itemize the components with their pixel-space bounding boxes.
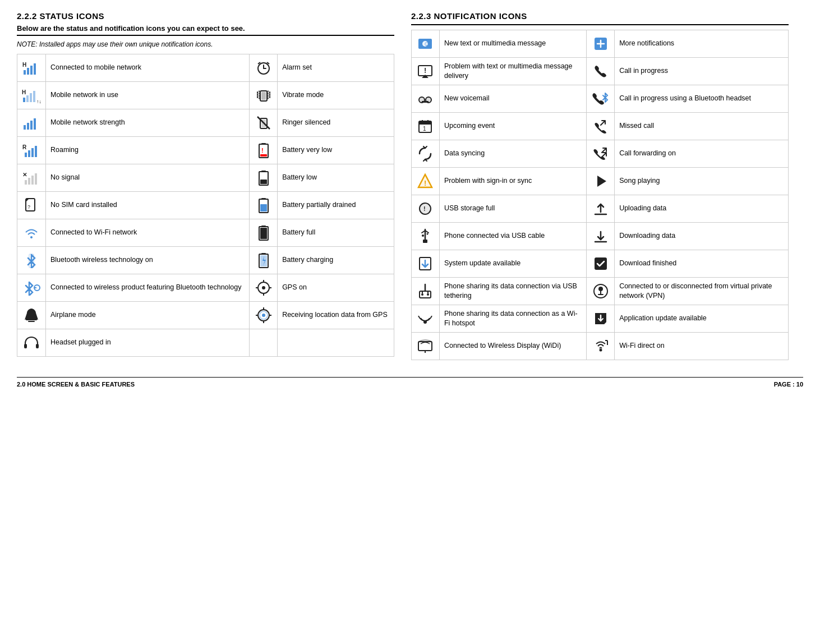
roaming-icon: R: [22, 140, 41, 160]
svg-rect-51: [260, 204, 267, 211]
status-icon-cell: [17, 274, 46, 302]
system_update-icon: [416, 254, 435, 274]
status-label-cell: Bluetooth wireless technology on: [46, 247, 250, 274]
bluetooth_connected-icon: [22, 278, 41, 298]
table-row: Connected to Wireless Display (WiDi) Wi-…: [411, 333, 788, 360]
no_sim-icon: ?: [22, 195, 41, 215]
svg-rect-2: [27, 68, 29, 75]
downloading-icon: [591, 226, 610, 246]
call_bt-icon: [591, 89, 610, 109]
notif-icon-cell: 1: [411, 113, 439, 140]
wifi-icon: [22, 223, 41, 243]
table-row: System update available Download finishe…: [411, 250, 788, 278]
notif-icon-cell: [411, 333, 439, 360]
status-icon-cell-2: !: [250, 137, 278, 164]
svg-point-62: [262, 286, 265, 289]
table-row: Phone sharing its data connection as a W…: [411, 305, 788, 333]
svg-point-106: [422, 234, 424, 237]
status-label-cell-2: Battery charging: [278, 247, 394, 274]
svg-rect-11: [23, 98, 25, 102]
status-icons-subtitle: Below are the status and notification ic…: [17, 24, 394, 33]
svg-rect-33: [35, 146, 37, 157]
notif-label-cell: Data syncing: [439, 140, 586, 168]
notif-icon-cell-2: [587, 58, 615, 85]
notif-icon-cell: [411, 85, 439, 113]
svg-rect-32: [31, 148, 34, 157]
svg-rect-108: [423, 240, 427, 243]
table-row: H Connected to mobile network Alarm set: [17, 54, 394, 82]
battery_partial-icon: [254, 195, 273, 215]
notif-icon-cell-2: [587, 140, 615, 168]
svg-rect-40: [28, 178, 30, 185]
status-icons-note: NOTE: Installed apps may use their own u…: [17, 40, 394, 48]
status-icon-cell: R: [17, 137, 46, 164]
svg-text:?: ?: [27, 204, 30, 210]
song_playing-icon: [591, 171, 610, 191]
notif-label-cell: Phone sharing its data connection via US…: [439, 278, 586, 305]
svg-rect-13: [30, 93, 32, 102]
table-row: Airplane mode Receiving location data fr…: [17, 302, 394, 329]
notif-label-cell-2: Download finished: [615, 250, 789, 278]
notif-label-cell: Phone connected via USB cable: [439, 223, 586, 250]
svg-point-117: [427, 293, 429, 296]
table-row: Connected to wireless product featuring …: [17, 274, 394, 302]
status-icon-cell: ?: [17, 192, 46, 219]
status-icon-cell: H: [17, 54, 46, 82]
status-label-cell-2: Ringer silenced: [278, 109, 394, 137]
notification-icons-section: 2.2.3 NOTIFICATION ICONS ☺ New text or m…: [411, 11, 789, 360]
uploading-icon: [591, 199, 610, 219]
page-footer: 2.0 HOME SCREEN & BASIC FEATURES PAGE : …: [17, 377, 803, 388]
table-row: R Roaming ! Battery very low: [17, 137, 394, 164]
new_message-icon: ☺: [416, 34, 435, 54]
svg-text:R: R: [22, 144, 27, 150]
wifi_direct-icon: [591, 336, 610, 356]
svg-rect-22: [24, 125, 26, 130]
svg-rect-92: [419, 121, 431, 125]
notif-label-cell-2: Connected to or disconnected from virtua…: [615, 278, 789, 305]
status-icon-cell: [17, 329, 46, 357]
table-row: New voicemail Call in progress using a B…: [411, 85, 788, 113]
battery_verylow-icon: !: [254, 140, 273, 160]
svg-text:H: H: [22, 62, 26, 68]
table-row: Phone connected via USB cable Downloadin…: [411, 223, 788, 250]
more_notifications-icon: [591, 34, 610, 54]
svg-point-122: [423, 320, 427, 324]
notif-icon-cell-2: [587, 85, 615, 113]
notif-icon-cell-2: [587, 113, 615, 140]
status-label-cell: Airplane mode: [46, 302, 250, 329]
notif-icon-cell: [411, 305, 439, 333]
notif-label-cell-2: Uploading data: [615, 195, 789, 223]
status-label-cell-2: [278, 329, 394, 357]
status-icon-cell: H ↑↓: [17, 82, 46, 109]
status-icon-cell-2: [250, 219, 278, 247]
table-row: ☺ New text or multimedia message More no…: [411, 30, 788, 58]
usb_tethering-icon: [416, 281, 435, 301]
notif-label-cell-2: Call in progress using a Bluetooth heads…: [615, 85, 789, 113]
svg-rect-12: [26, 95, 29, 102]
notif-label-cell: New voicemail: [439, 85, 586, 113]
table-row: H ↑↓ Mobile network in use Vibrate mode: [17, 82, 394, 109]
svg-text:✕: ✕: [22, 172, 27, 178]
status-icon-cell-2: [250, 274, 278, 302]
notif-label-cell: Upcoming event: [439, 113, 586, 140]
svg-marker-124: [604, 313, 606, 324]
svg-rect-76: [24, 344, 27, 348]
status-icons-title: 2.2.2 STATUS ICONS: [17, 11, 394, 21]
table-row: ! Problem with sign-in or sync Song play…: [411, 168, 788, 195]
status-label-cell: No SIM card installed: [46, 192, 250, 219]
status-icon-cell: [17, 247, 46, 274]
ringer_silenced-icon: [254, 113, 273, 133]
vpn-icon: [591, 281, 610, 301]
notif-label-cell: System update available: [439, 250, 586, 278]
svg-text:1: 1: [423, 126, 426, 132]
notif-label-cell: Problem with sign-in or sync: [439, 168, 586, 195]
download_finished-icon: [591, 254, 610, 274]
notif-label-cell-2: Call in progress: [615, 58, 789, 85]
status-icon-cell-2: [250, 247, 278, 274]
svg-rect-126: [418, 342, 432, 351]
status-label-cell-2: Receiving location data from GPS: [278, 302, 394, 329]
status-icon-cell: [17, 219, 46, 247]
airplane-icon: [22, 305, 41, 325]
notif-label-cell-2: Missed call: [615, 113, 789, 140]
svg-rect-42: [35, 173, 37, 185]
